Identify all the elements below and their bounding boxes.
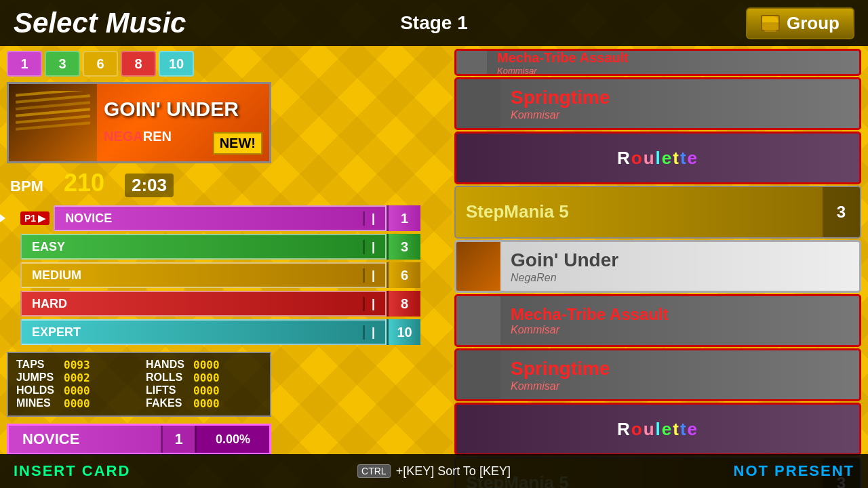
diff-level-expert: 10 — [387, 319, 420, 345]
stat-hands: HANDS 0000 — [146, 359, 262, 371]
song-item-artist: NegaRen — [511, 272, 849, 284]
group-label: Group — [787, 13, 840, 34]
song-item-artist: Kommisar — [511, 380, 849, 392]
song-thumb — [456, 350, 500, 399]
left-panel: 1 3 6 8 10 GOIN' UNDER NEGAREN NEW! BPM — [7, 51, 420, 455]
diff-row-easy[interactable]: EASY | 3 — [7, 234, 420, 260]
score-bar-level: 1 — [161, 426, 195, 453]
list-item-goinunder[interactable]: Goin' Under NegaRen — [454, 240, 861, 293]
list-item-mecha-mid[interactable]: Mecha-Tribe Assault Kommisar — [454, 294, 861, 347]
song-thumbnail: GOIN' UNDER NEGAREN NEW! — [7, 82, 271, 163]
score-bar: NOVICE 1 0.00% — [7, 424, 271, 455]
roulette-title-mid: Roulette — [467, 419, 849, 440]
list-item-springtime-mid[interactable]: Springtime Kommisar — [454, 348, 861, 401]
diff-row-hard[interactable]: HARD | 8 — [7, 291, 420, 317]
stat-lifts: LIFTS 0000 — [146, 384, 262, 397]
list-item-stepmania-top[interactable]: StepMania 5 3 — [454, 186, 861, 239]
song-item-artist: Kommisar — [511, 324, 849, 336]
song-thumb — [456, 242, 500, 291]
stat-holds: HOLDS 0000 — [16, 384, 132, 397]
difficulty-list: P1 ▶ NOVICE | 1 EASY | 3 MEDIUM | — [7, 205, 420, 345]
stats-row-3: HOLDS 0000 LIFTS 0000 — [16, 384, 262, 397]
song-item-title: Mecha-Tribe Assault — [497, 49, 849, 66]
diff-name-easy: EASY | — [20, 234, 387, 260]
song-item-content: Roulette — [456, 413, 859, 445]
song-duration: 2:03 — [125, 174, 174, 197]
footer-bar: INSERT CARD CTRL +[KEY] Sort To [KEY] NO… — [0, 454, 868, 488]
stat-taps: TAPS 0093 — [16, 359, 132, 371]
insert-card-label: INSERT CARD — [14, 462, 130, 480]
score-bar-percent: 0.00% — [195, 426, 269, 453]
stats-row-1: TAPS 0093 HANDS 0000 — [16, 359, 262, 371]
diff-tab-10[interactable]: 10 — [159, 51, 194, 77]
list-item-springtime-top[interactable]: Springtime Kommisar — [454, 77, 861, 130]
diff-tab-6[interactable]: 6 — [83, 51, 118, 77]
diff-tab-3[interactable]: 3 — [45, 51, 80, 77]
diff-level-easy: 3 — [387, 234, 420, 260]
new-badge: NEW! — [213, 132, 262, 155]
header-bar: Select Music Stage 1 Group — [0, 0, 868, 46]
song-thumb — [456, 51, 487, 74]
song-item-content: Mecha-Tribe Assault Kommisar — [487, 49, 859, 76]
stat-rolls: ROLLS 0000 — [146, 371, 262, 384]
diff-name-novice: NOVICE | — [54, 205, 387, 231]
song-item-content: Springtime Kommisar — [500, 352, 859, 398]
song-thumb — [456, 79, 500, 128]
diff-name-expert: EXPERT | — [20, 319, 387, 345]
roulette-title: Roulette — [467, 148, 849, 169]
song-item-content: Springtime Kommisar — [500, 81, 859, 127]
song-title: GOIN' UNDER — [104, 98, 239, 120]
sort-text: +[KEY] Sort To [KEY] — [396, 464, 511, 479]
song-item-title: StepMania 5 — [466, 201, 812, 222]
song-item-title: Goin' Under — [511, 249, 849, 272]
player-indicator: P1 ▶ — [20, 211, 50, 225]
not-present-label: NOT PRESENT — [734, 462, 854, 480]
diff-tab-8[interactable]: 8 — [121, 51, 156, 77]
song-item-content: Roulette — [456, 142, 859, 174]
diff-name-hard: HARD | — [20, 291, 387, 317]
song-item-content: Goin' Under NegaRen — [500, 243, 859, 289]
group-button[interactable]: Group — [746, 7, 854, 39]
ctrl-badge: CTRL — [357, 464, 391, 478]
song-list: Mecha-Tribe Assault Kommisar Springtime … — [448, 46, 868, 488]
thumbnail-art — [9, 84, 97, 161]
song-item-artist: Kommisar — [497, 66, 849, 76]
list-item-roulette-mid[interactable]: Roulette — [454, 403, 861, 455]
stats-table: TAPS 0093 HANDS 0000 JUMPS 0002 ROLLS 00… — [7, 352, 271, 417]
stats-row-2: JUMPS 0002 ROLLS 0000 — [16, 371, 262, 384]
list-item-roulette-top[interactable]: Roulette — [454, 131, 861, 184]
song-thumb — [456, 296, 500, 345]
song-item-title: Springtime — [511, 86, 849, 109]
song-artist: NEGAREN — [104, 129, 172, 144]
diff-name-medium: MEDIUM | — [20, 262, 387, 288]
diff-row-novice[interactable]: P1 ▶ NOVICE | 1 — [7, 205, 420, 231]
diff-level-novice: 1 — [387, 205, 420, 231]
song-item-content: Mecha-Tribe Assault Kommisar — [500, 300, 859, 342]
song-item-title: Mecha-Tribe Assault — [511, 305, 849, 325]
song-item-artist: Kommisar — [511, 109, 849, 121]
song-item-count: 3 — [823, 187, 860, 237]
stage-label: Stage 1 — [400, 12, 468, 34]
stats-row-4: MINES 0000 FAKES 0000 — [16, 397, 262, 410]
diff-row-medium[interactable]: MEDIUM | 6 — [7, 262, 420, 288]
song-item-title: Springtime — [511, 357, 849, 380]
page-title: Select Music — [14, 7, 186, 39]
list-item-mecha-top[interactable]: Mecha-Tribe Assault Kommisar — [454, 49, 861, 76]
stat-fakes: FAKES 0000 — [146, 397, 262, 410]
bpm-value: 210 — [64, 169, 104, 197]
sort-hint: CTRL +[KEY] Sort To [KEY] — [357, 464, 511, 479]
folder-icon — [761, 15, 780, 31]
stat-mines: MINES 0000 — [16, 397, 132, 410]
song-info: BPM 210 2:03 — [7, 169, 420, 197]
song-item-content: StepMania 5 — [456, 196, 823, 228]
diff-level-medium: 6 — [387, 262, 420, 288]
stat-jumps: JUMPS 0002 — [16, 371, 132, 384]
difficulty-tabs: 1 3 6 8 10 — [7, 51, 420, 77]
diff-tab-1[interactable]: 1 — [7, 51, 42, 77]
bpm-label: BPM — [10, 178, 43, 195]
diff-row-expert[interactable]: EXPERT | 10 — [7, 319, 420, 345]
diff-level-hard: 8 — [387, 291, 420, 317]
score-bar-name: NOVICE — [9, 430, 161, 448]
